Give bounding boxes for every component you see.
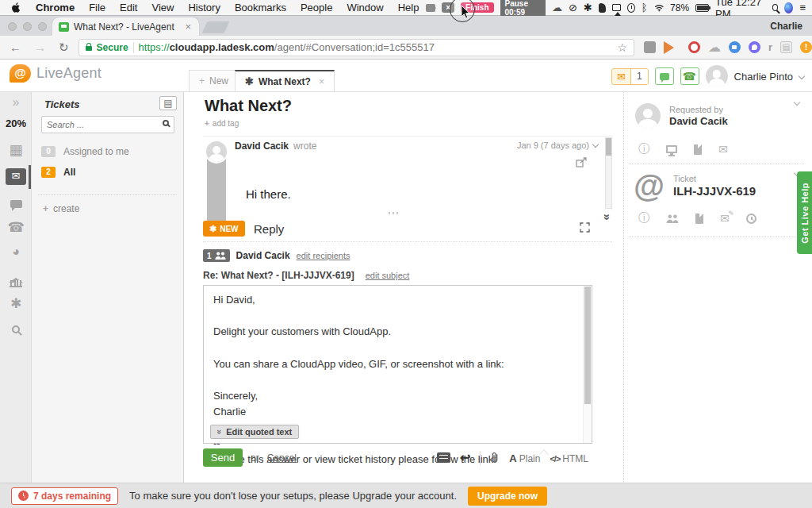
edit-recipients-link[interactable]: edit recipients	[297, 251, 350, 260]
edit-quoted-text-button[interactable]: » Edit quoted text	[210, 425, 299, 439]
document-icon[interactable]	[695, 214, 703, 224]
bookmark-star-icon[interactable]: ☆	[617, 41, 627, 54]
tab-what-next[interactable]: ✱ What Next? ×	[235, 70, 335, 91]
agent-name[interactable]: Charlie Pinto	[734, 71, 793, 83]
upgrade-now-button[interactable]: Upgrade now	[468, 487, 547, 506]
info-icon[interactable]: ⓘ	[638, 211, 649, 225]
canned-messages-icon[interactable]	[437, 452, 450, 463]
attachment-paperclip-icon[interactable]	[490, 452, 500, 464]
reports-nav-icon[interactable]: ◕	[0, 244, 32, 259]
menu-chrome[interactable]: Chrome	[29, 2, 82, 13]
forward-mail-icon[interactable]: ✉✎	[720, 211, 730, 225]
zoom-level[interactable]: 20%	[0, 117, 32, 129]
liveagent-logo[interactable]: @ LiveAgent	[10, 64, 102, 83]
recorder-camera-icon[interactable]	[426, 4, 435, 12]
spotlight-search-icon[interactable]	[772, 4, 779, 11]
window-zoom-button[interactable]	[38, 22, 47, 31]
evernote-menu-icon[interactable]	[599, 3, 606, 13]
page-url[interactable]: https://cloudapp.ladesk.com/agent/#Conve…	[139, 41, 613, 53]
expand-panel-icon[interactable]: »	[0, 95, 32, 110]
alert-extension-icon[interactable]: !	[800, 41, 812, 53]
new-reply-badge[interactable]: ✱NEW	[203, 221, 245, 237]
cloudapp-menu-icon[interactable]: ☁	[552, 2, 562, 13]
fox-extension-icon[interactable]	[664, 41, 680, 54]
tab-close-icon[interactable]: ×	[319, 76, 324, 87]
reply-editor[interactable]: Hi David, Delight your customers with Cl…	[203, 285, 592, 444]
asterisk-menu-icon[interactable]: ✱	[584, 2, 592, 13]
undo-arrow-icon[interactable]: ↩	[460, 450, 470, 465]
menu-file[interactable]: File	[82, 2, 113, 13]
search-nav-icon[interactable]	[0, 322, 32, 337]
info-icon[interactable]: ⓘ	[638, 142, 649, 156]
requester-name[interactable]: David Cacik	[669, 115, 728, 127]
recipient-count-badge[interactable]: 1	[203, 249, 230, 262]
red-ring-extension-icon[interactable]	[688, 41, 700, 53]
back-button[interactable]: ←	[0, 40, 28, 54]
forward-button[interactable]: →	[28, 40, 52, 54]
document-icon[interactable]	[694, 144, 702, 155]
do-not-disturb-icon[interactable]: ⊘	[569, 2, 577, 13]
editor-scrollbar[interactable]	[583, 287, 591, 443]
address-bar[interactable]: Secure https://cloudapp.ladesk.com/agent…	[79, 39, 634, 56]
academy-nav-icon-base[interactable]	[0, 276, 32, 291]
time-machine-icon[interactable]	[627, 3, 635, 13]
reload-button[interactable]: ↻	[52, 40, 75, 55]
menu-people[interactable]: People	[293, 2, 339, 13]
bluetooth-icon[interactable]: ᛒ	[642, 2, 648, 13]
wifi-icon[interactable]	[654, 3, 665, 13]
window-minimize-button[interactable]	[23, 22, 32, 31]
html-format-toggle[interactable]: </>HTML	[550, 451, 588, 465]
ticket-id[interactable]: ILH-JJJVX-619	[673, 184, 756, 198]
agent-avatar[interactable]	[706, 65, 728, 87]
settings-nav-icon[interactable]: ✱	[0, 295, 32, 312]
grid-extension-icon[interactable]: ▤	[780, 41, 792, 53]
scrollbar-thumb[interactable]	[584, 287, 591, 404]
secure-label[interactable]: Secure	[97, 42, 128, 53]
menu-view[interactable]: View	[144, 2, 181, 13]
tickets-nav-icon[interactable]: ✉	[6, 168, 26, 185]
reply-body-text[interactable]: Hi David, Delight your customers with Cl…	[213, 292, 576, 468]
chrome-profile-name[interactable]: Charlie	[770, 21, 802, 32]
evernote-extension-icon[interactable]	[644, 41, 656, 53]
mail-notification-badge[interactable]: ✉ 1	[611, 68, 649, 85]
envelope-icon[interactable]: ✉	[718, 143, 728, 156]
dashboard-icon[interactable]: ▦	[0, 141, 32, 159]
get-live-help-tab[interactable]: Get Live Help	[797, 171, 812, 254]
clock-icon[interactable]	[746, 214, 756, 224]
scrollbar-thumb[interactable]	[606, 138, 611, 156]
chats-nav-icon[interactable]	[0, 197, 32, 211]
menu-history[interactable]: History	[181, 2, 227, 13]
chat-status-button[interactable]	[655, 67, 674, 85]
send-button[interactable]: Send	[203, 448, 243, 467]
purple-extension-icon[interactable]	[749, 41, 760, 53]
siri-icon[interactable]	[784, 2, 793, 13]
search-icon[interactable]	[163, 120, 169, 126]
recorder-pause-button[interactable]: Pause 00:59	[500, 0, 546, 17]
filter-all[interactable]: 2 All	[41, 167, 75, 178]
add-tag-button[interactable]: + add tag	[205, 119, 239, 128]
create-filter-button[interactable]: + create	[43, 203, 79, 214]
collapse-requester-icon[interactable]	[794, 99, 800, 106]
new-tab-button[interactable]	[202, 21, 230, 33]
expand-editor-icon[interactable]	[580, 222, 590, 233]
browser-tab[interactable]: What Next? - LiveAgent ×	[52, 17, 199, 36]
ticket-search-input[interactable]	[47, 118, 150, 131]
monitor-icon[interactable]	[666, 145, 677, 153]
tab-close-icon[interactable]: ×	[183, 21, 193, 33]
plain-format-toggle[interactable]: APlain	[509, 451, 540, 465]
chevron-down-icon[interactable]	[799, 73, 805, 79]
message-scrollbar[interactable]	[605, 137, 612, 209]
window-close-button[interactable]	[8, 22, 17, 31]
airplay-icon[interactable]	[612, 4, 621, 11]
cancel-link[interactable]: Cancel	[267, 452, 297, 464]
message-date[interactable]: Jan 9 (7 days ago)	[517, 140, 598, 150]
open-in-new-window-icon[interactable]	[576, 157, 587, 167]
menu-window[interactable]: Window	[339, 2, 390, 13]
r-extension-icon[interactable]: r	[768, 41, 772, 53]
people-icon[interactable]	[666, 214, 679, 223]
list-view-button[interactable]: ▤	[159, 96, 177, 110]
menu-edit[interactable]: Edit	[113, 2, 144, 13]
tab-new-ticket[interactable]: + New	[189, 70, 239, 91]
phone-status-button[interactable]: ☎	[680, 67, 699, 85]
menu-help[interactable]: Help	[391, 2, 427, 13]
